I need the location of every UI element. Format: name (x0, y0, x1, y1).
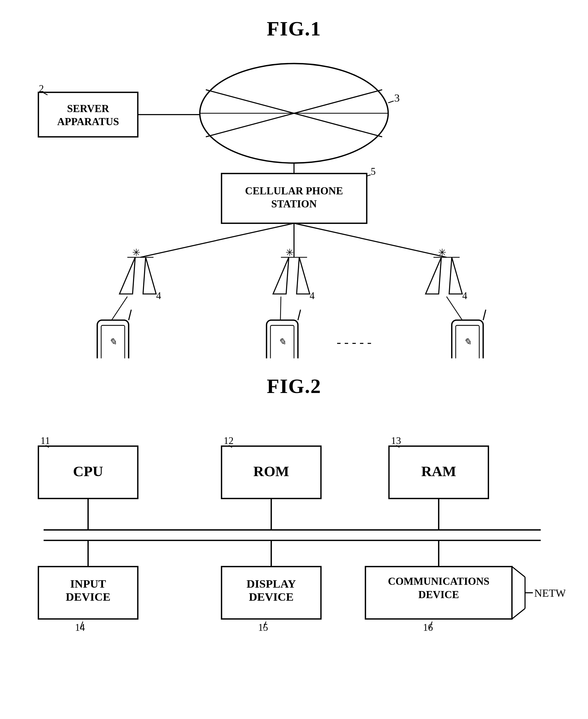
svg-text:12: 12 (224, 435, 234, 446)
fig2-section: FIG.2 CPU 11 ROM 12 RAM 13 (23, 375, 565, 687)
svg-text:15: 15 (258, 622, 268, 633)
svg-rect-6 (38, 92, 138, 137)
svg-text:STATION: STATION (271, 198, 317, 210)
fig2-title: FIG.2 (23, 375, 565, 398)
svg-text:3: 3 (394, 92, 399, 104)
svg-text:SERVER: SERVER (67, 103, 109, 114)
svg-line-91 (512, 608, 525, 619)
svg-text:DISPLAY: DISPLAY (246, 577, 296, 590)
fig2-diagram: CPU 11 ROM 12 RAM 13 (23, 404, 565, 687)
svg-line-30 (129, 309, 131, 320)
svg-text:13: 13 (391, 435, 401, 446)
svg-text:11: 11 (41, 435, 50, 446)
svg-text:✳: ✳ (286, 247, 294, 258)
svg-marker-46 (449, 257, 462, 294)
svg-text:DEVICE: DEVICE (418, 589, 459, 600)
fig1-diagram: 3 SERVER APPARATUS 2 CELLULAR PHONE STAT… (23, 46, 565, 358)
fig2-svg: CPU 11 ROM 12 RAM 13 (23, 404, 565, 687)
svg-text:4: 4 (462, 290, 467, 301)
svg-line-20 (294, 223, 446, 257)
svg-text:DEVICE: DEVICE (249, 591, 294, 603)
svg-text:4: 4 (156, 290, 161, 301)
svg-text:- - - - -: - - - - - (337, 335, 372, 349)
svg-line-49 (446, 297, 462, 320)
svg-marker-22 (119, 257, 135, 294)
svg-text:✎: ✎ (278, 337, 286, 347)
svg-text:INPUT: INPUT (70, 577, 106, 590)
svg-marker-34 (297, 257, 310, 294)
svg-text:✎: ✎ (109, 337, 117, 347)
svg-text:ROM: ROM (253, 463, 289, 479)
svg-marker-45 (425, 257, 441, 294)
page: FIG.1 3 SERVER APPARATUS 2 (0, 0, 588, 719)
svg-text:APPARATUS: APPARATUS (57, 116, 119, 127)
svg-marker-23 (143, 257, 156, 294)
svg-text:2: 2 (39, 83, 44, 94)
svg-line-37 (280, 297, 281, 320)
svg-text:COMMUNICATIONS: COMMUNICATIONS (388, 575, 489, 587)
fig1-section: FIG.1 3 SERVER APPARATUS 2 (23, 17, 565, 358)
svg-text:NETWORK 3: NETWORK 3 (534, 587, 565, 599)
svg-text:DEVICE: DEVICE (66, 591, 110, 603)
fig1-svg: 3 SERVER APPARATUS 2 CELLULAR PHONE STAT… (23, 46, 565, 358)
svg-text:✳: ✳ (132, 247, 140, 258)
svg-text:5: 5 (371, 166, 376, 177)
svg-line-26 (112, 297, 127, 320)
svg-text:CPU: CPU (73, 463, 103, 479)
svg-text:✎: ✎ (464, 337, 471, 347)
svg-text:4: 4 (310, 290, 315, 301)
fig1-title: FIG.1 (23, 17, 565, 41)
svg-text:14: 14 (75, 622, 85, 633)
svg-line-53 (483, 309, 486, 320)
svg-marker-33 (273, 257, 289, 294)
svg-line-18 (140, 223, 294, 257)
svg-line-41 (298, 309, 300, 320)
svg-text:CELLULAR PHONE: CELLULAR PHONE (245, 185, 343, 197)
svg-line-5 (388, 101, 394, 103)
svg-text:✳: ✳ (438, 247, 446, 258)
svg-text:RAM: RAM (421, 463, 456, 479)
svg-line-90 (512, 567, 525, 577)
